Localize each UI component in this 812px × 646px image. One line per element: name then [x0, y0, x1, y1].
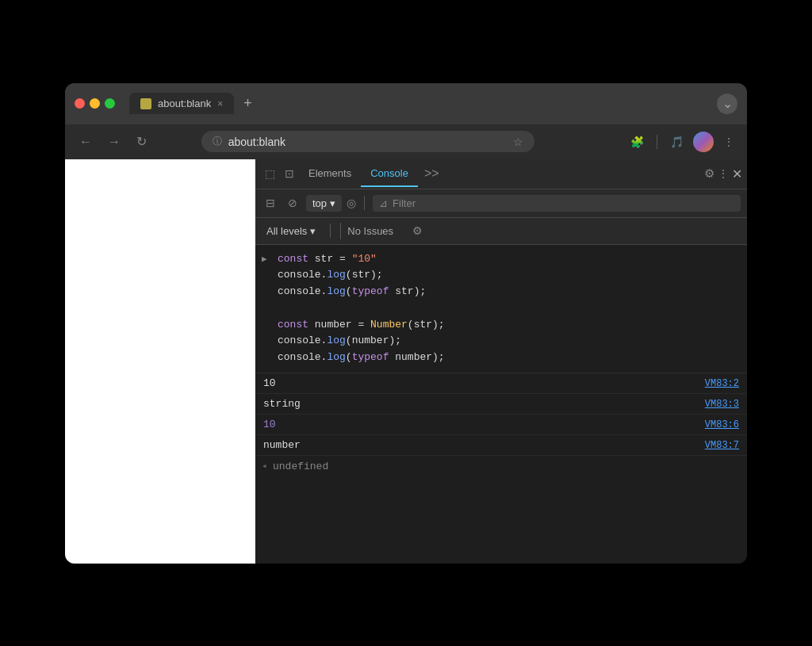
devtools-actions: ⚙ ⋮ ✕: [704, 166, 742, 182]
keyword-const: const: [278, 253, 315, 265]
tab-menu-button[interactable]: ⌄: [717, 94, 737, 114]
new-tab-button[interactable]: +: [237, 95, 259, 112]
no-issues-label: No Issues: [340, 223, 400, 239]
tab-bar: about:blank × +: [129, 93, 710, 114]
separator: [657, 135, 657, 149]
nav-actions: 🧩 🎵 ⋮: [627, 132, 737, 152]
devtools-tabs: ⬚ ⊡ Elements Console >> ⚙ ⋮ ✕: [255, 159, 747, 189]
result-value-1: 10: [263, 377, 705, 389]
code-line-3: console.log(typeof str);: [278, 284, 739, 300]
filter-icon: ⊿: [379, 197, 388, 209]
media-icon[interactable]: 🎵: [667, 132, 687, 151]
main-area: ⬚ ⊡ Elements Console >> ⚙ ⋮ ✕ ⊟ ⊘: [65, 159, 747, 564]
all-levels-button[interactable]: All levels ▾: [262, 223, 320, 239]
result-link-3[interactable]: VM83:6: [705, 419, 739, 430]
devtools-panel: ⬚ ⊡ Elements Console >> ⚙ ⋮ ✕ ⊟ ⊘: [255, 159, 747, 564]
undefined-value: undefined: [273, 461, 328, 472]
result-row-4: number VM83:7: [255, 435, 747, 456]
result-row-1: 10 VM83:2: [255, 373, 747, 394]
console-output: ▶ const str = "10" console.log(str); con…: [255, 245, 747, 564]
responsive-mode-icon[interactable]: ⊡: [280, 164, 299, 183]
nav-bar: ← → ↻ ⓘ about:blank ☆ 🧩 🎵 ⋮: [65, 124, 747, 159]
code-line-5: console.log(number);: [278, 333, 739, 350]
tab-title: about:blank: [158, 97, 211, 109]
result-row-3: 10 VM83:6: [255, 415, 747, 435]
console-sidebar-button[interactable]: ⊟: [262, 194, 279, 212]
bookmark-icon[interactable]: ☆: [513, 136, 523, 148]
extension-icon[interactable]: 🧩: [627, 132, 647, 151]
title-bar: about:blank × + ⌄: [65, 83, 747, 124]
code-line-6: console.log(typeof number);: [278, 350, 739, 366]
page-content: [65, 159, 255, 564]
devtools-more-icon[interactable]: ⋮: [718, 167, 729, 180]
active-tab[interactable]: about:blank ×: [129, 93, 234, 114]
console-toolbar: ⊟ ⊘ top ▾ ◎ ⊿ Filter: [255, 189, 747, 218]
code-line-1: const str = "10": [278, 251, 739, 268]
context-label: top: [312, 197, 327, 209]
result-value-3: 10: [263, 419, 705, 430]
result-value-2: string: [263, 398, 705, 410]
info-icon: ⓘ: [213, 135, 222, 148]
more-button[interactable]: ⋮: [720, 132, 737, 151]
tab-close-button[interactable]: ×: [217, 98, 223, 109]
result-row-2: string VM83:3: [255, 394, 747, 415]
tab-console[interactable]: Console: [361, 161, 418, 187]
element-selector-icon[interactable]: ⬚: [260, 164, 280, 183]
console-levels-bar: All levels ▾ No Issues ⚙: [255, 218, 747, 245]
avatar[interactable]: [693, 132, 714, 152]
minimize-button[interactable]: [90, 98, 100, 109]
devtools-settings-icon[interactable]: ⚙: [704, 166, 714, 181]
tab-elements[interactable]: Elements: [299, 161, 361, 187]
traffic-lights: [75, 98, 115, 109]
code-line-2: console.log(str);: [278, 267, 739, 284]
refresh-button[interactable]: ↻: [132, 131, 151, 152]
return-arrow-icon: ◂: [262, 461, 267, 471]
filter-input[interactable]: ⊿ Filter: [373, 195, 741, 212]
separator-2: [364, 196, 365, 210]
eye-icon[interactable]: ◎: [347, 197, 356, 209]
result-link-4[interactable]: VM83:7: [705, 440, 739, 451]
var-str: str: [315, 253, 333, 265]
result-link-2[interactable]: VM83:3: [705, 399, 739, 410]
more-tabs-button[interactable]: >>: [418, 163, 446, 184]
console-clear-button[interactable]: ⊘: [284, 194, 301, 212]
undefined-row: ◂ undefined: [255, 456, 747, 477]
address-text: about:blank: [228, 136, 285, 148]
forward-button[interactable]: →: [103, 132, 125, 152]
close-button[interactable]: [75, 98, 85, 109]
separator-3: [330, 224, 331, 238]
expand-arrow[interactable]: ▶: [262, 253, 267, 267]
context-selector[interactable]: top ▾: [306, 195, 342, 212]
address-bar[interactable]: ⓘ about:blank ☆: [201, 131, 534, 152]
levels-label: All levels: [266, 225, 307, 237]
filter-label: Filter: [393, 197, 416, 209]
browser-window: about:blank × + ⌄ ← → ↻ ⓘ about:blank ☆ …: [65, 83, 747, 564]
code-block-1: ▶ const str = "10" console.log(str); con…: [255, 245, 747, 374]
back-button[interactable]: ←: [75, 132, 97, 152]
context-arrow-icon: ▾: [330, 197, 335, 209]
tab-favicon: [140, 98, 151, 109]
string-10: "10": [352, 253, 377, 265]
levels-arrow-icon: ▾: [310, 225, 316, 237]
code-line-4: const number = Number(str);: [278, 317, 739, 334]
result-link-1[interactable]: VM83:2: [705, 378, 739, 389]
maximize-button[interactable]: [105, 98, 115, 109]
result-value-4: number: [263, 439, 705, 451]
console-settings-icon[interactable]: ⚙: [412, 224, 423, 237]
devtools-close-button[interactable]: ✕: [732, 166, 742, 182]
